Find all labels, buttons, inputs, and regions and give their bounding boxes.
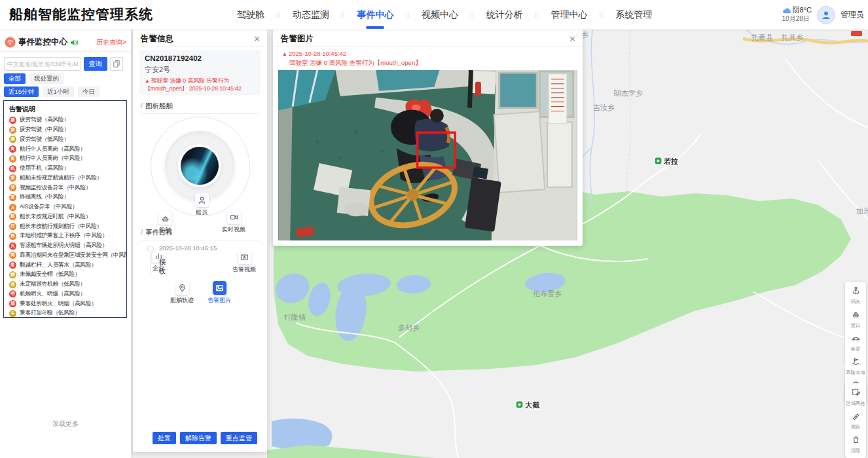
alert-legend-item: 疲疲劳驾驶（高风险） bbox=[4, 115, 126, 125]
nav-item-6[interactable]: 系统管理 bbox=[615, 9, 652, 21]
alert-label: 未定期巡查机舱（低风险） bbox=[20, 280, 86, 288]
measure-icon bbox=[852, 411, 860, 423]
nav-item-2[interactable]: 事件中心 bbox=[357, 9, 393, 21]
key-supervision-button[interactable]: 重点监管 bbox=[221, 432, 257, 444]
orbit-label: 船员 bbox=[196, 208, 208, 217]
clear-icon bbox=[852, 434, 860, 446]
alert-label: 翻越栏杆、人员落水（高风险） bbox=[20, 261, 97, 269]
map-tool-桥梁[interactable]: 桥梁 bbox=[845, 331, 866, 354]
dispose-button[interactable]: 处置 bbox=[153, 432, 176, 444]
alert-legend-box: 告警说明 疲疲劳驾驶（高风险）疲疲劳驾驶（中风险）疲疲劳驾驶（低风险）离航行中人… bbox=[3, 100, 127, 318]
orbit-item-5[interactable]: 船舶轨迹 bbox=[168, 281, 196, 305]
map-tool-码头[interactable]: 码头 bbox=[845, 284, 866, 307]
alert-label: 靠离泊期间未在登乘区域安装安全网（中风险） bbox=[20, 252, 127, 259]
search-button[interactable]: 查询 bbox=[84, 57, 107, 71]
alert-badge-icon: 斗 bbox=[9, 310, 16, 317]
alert-badge-icon: 离 bbox=[9, 194, 16, 201]
time-filter-2[interactable]: 今日 bbox=[78, 86, 99, 97]
tool-label: 桥梁 bbox=[851, 346, 860, 353]
time-filter-0[interactable]: 近15分钟 bbox=[4, 86, 39, 97]
weather-widget: 阴8°C 10月28日 bbox=[782, 6, 812, 23]
map-tool-渡口[interactable]: 渡口 bbox=[845, 307, 866, 331]
speaker-icon[interactable] bbox=[70, 39, 79, 47]
copy-icon bbox=[113, 60, 120, 67]
alert-badge-icon: A bbox=[9, 204, 16, 211]
alert-label: 船长未按规定盯航（中风险） bbox=[20, 213, 91, 221]
orbit-item-3[interactable]: 企业 bbox=[144, 249, 173, 273]
svg-text:大截: 大截 bbox=[525, 401, 539, 409]
copy-button[interactable] bbox=[110, 57, 123, 71]
avatar-icon bbox=[821, 10, 831, 20]
orbit-item-6[interactable]: 告警图片 bbox=[205, 281, 234, 305]
alarm-info-panel: 告警信息 ✕ CN20187192402 宁安2号 ▲驾驶室 涉嫌 0 高风险 … bbox=[133, 29, 267, 452]
close-icon[interactable]: ✕ bbox=[253, 35, 261, 43]
event-monitor-panel: 事件监控中心 历史查询> 查询 全部我处置的 近15分钟近1小时今日 告警说明 … bbox=[0, 29, 131, 458]
map-place-label: 扎囊县 bbox=[751, 33, 773, 41]
alert-badge-icon: 帽 bbox=[9, 271, 16, 278]
alert-legend-item: 离航行中人员离岗（高风险） bbox=[4, 144, 126, 154]
time-filter-1[interactable]: 近1小时 bbox=[43, 86, 74, 97]
avatar[interactable] bbox=[817, 6, 835, 24]
alert-label: 机舱明火、明烟（高风险） bbox=[20, 290, 86, 298]
alarm-image-title: 告警图片 bbox=[281, 33, 314, 45]
close-icon[interactable]: ✕ bbox=[569, 35, 576, 43]
ship-monitoring-app: { "header": { "title": "船舶智能监控管理系统", "na… bbox=[0, 0, 868, 458]
alert-photo[interactable] bbox=[278, 70, 577, 240]
user-name[interactable]: 管理员 bbox=[841, 9, 864, 20]
alert-legend-item: 网靠离泊期间未在登乘区域安装安全网（中风险） bbox=[4, 251, 126, 261]
ship-name: 宁安2号 bbox=[145, 65, 255, 75]
timeline-time: 2025-10-28 10:46:15 bbox=[159, 244, 217, 252]
alert-badge-icon: 离 bbox=[9, 155, 16, 162]
main-nav: 驾驶舱||动态监测||事件中心||视频中心||统计分析||管理中心||系统管理 bbox=[228, 0, 661, 29]
nav-separator: || bbox=[599, 12, 604, 18]
weather-date: 10月28日 bbox=[782, 15, 810, 24]
scope-filter-0[interactable]: 全部 bbox=[4, 73, 26, 84]
alert-badge-icon: 烟 bbox=[9, 300, 16, 307]
map-tool-风险水域[interactable]: 风险水域 bbox=[845, 354, 866, 378]
alert-legend-item: 烟乘客处所明火、明烟（高风险） bbox=[4, 299, 126, 309]
load-more-link[interactable]: 加载更多 bbox=[0, 419, 131, 429]
nav-item-1[interactable]: 动态监测 bbox=[293, 9, 329, 21]
divider bbox=[0, 51, 131, 52]
dismiss-alarm-button[interactable]: 解除告警 bbox=[180, 432, 217, 444]
ship-code: CN20187192402 bbox=[145, 54, 255, 62]
map-place-label: 朗杰学乡 bbox=[614, 89, 643, 97]
timeline-dot bbox=[147, 246, 154, 252]
map-tool-测距[interactable]: 测距 bbox=[845, 409, 866, 432]
orbit-label: 告警图片 bbox=[208, 296, 231, 305]
alert-label: 疲劳驾驶（中风险） bbox=[20, 126, 69, 134]
nav-item-0[interactable]: 驾驶舱 bbox=[237, 9, 264, 21]
alert-legend-item: 离终端离线（中风险） bbox=[4, 193, 126, 202]
nav-item-4[interactable]: 统计分析 bbox=[486, 9, 523, 21]
nav-separator: || bbox=[535, 12, 539, 18]
ship-icon bbox=[158, 211, 172, 225]
map-marker-大截[interactable]: 大截 bbox=[516, 401, 539, 409]
alarm-action-buttons: 处置解除告警重点监管 bbox=[153, 432, 257, 444]
orbit-item-0[interactable]: 船员 bbox=[187, 193, 216, 217]
alert-badge-icon: 明 bbox=[9, 290, 16, 297]
nav-item-5[interactable]: 管理中心 bbox=[551, 9, 587, 21]
wharf-icon bbox=[852, 286, 860, 297]
alert-label: AIS设备异常（中风险） bbox=[20, 203, 78, 211]
alert-label: 船舶未按规定航速航行（中风险） bbox=[20, 174, 102, 182]
nav-item-3[interactable]: 视频中心 bbox=[422, 9, 458, 21]
ship-track-icon bbox=[175, 281, 189, 295]
alert-badge-icon: 网 bbox=[9, 252, 16, 259]
scope-filter-1[interactable]: 我处置的 bbox=[29, 73, 63, 84]
map-marker-若拉[interactable]: 若拉 bbox=[655, 157, 678, 165]
alert-legend-item: 离航行中人员离岗（中风险） bbox=[4, 154, 126, 164]
alert-label: 航行中人员离岗（中风险） bbox=[20, 155, 86, 162]
alert-badge-icon: 落 bbox=[9, 261, 16, 269]
alert-label: 未组织维护乘客上下秩序（中风险） bbox=[20, 232, 107, 240]
alert-legend-item: 斗乘客打架斗殴（低风险） bbox=[4, 309, 126, 318]
alert-legend-item: 巡未定期巡查机舱（低风险） bbox=[4, 280, 126, 290]
nav-separator: || bbox=[341, 12, 346, 18]
alert-legend-item: 异视频监控设备异常（中风险） bbox=[4, 183, 126, 193]
map-tool-清除[interactable]: 清除 bbox=[845, 432, 866, 456]
orbit-item-4[interactable]: 告警视频 bbox=[230, 250, 259, 274]
map-tool-区域网格[interactable]: 区域网格 bbox=[845, 385, 866, 409]
tool-label: 测距 bbox=[851, 424, 860, 430]
history-query-link[interactable]: 历史查询> bbox=[96, 38, 126, 47]
alert-legend-item: 行船长未按航行规则航行（中风险） bbox=[4, 221, 126, 231]
search-input[interactable] bbox=[4, 57, 81, 71]
